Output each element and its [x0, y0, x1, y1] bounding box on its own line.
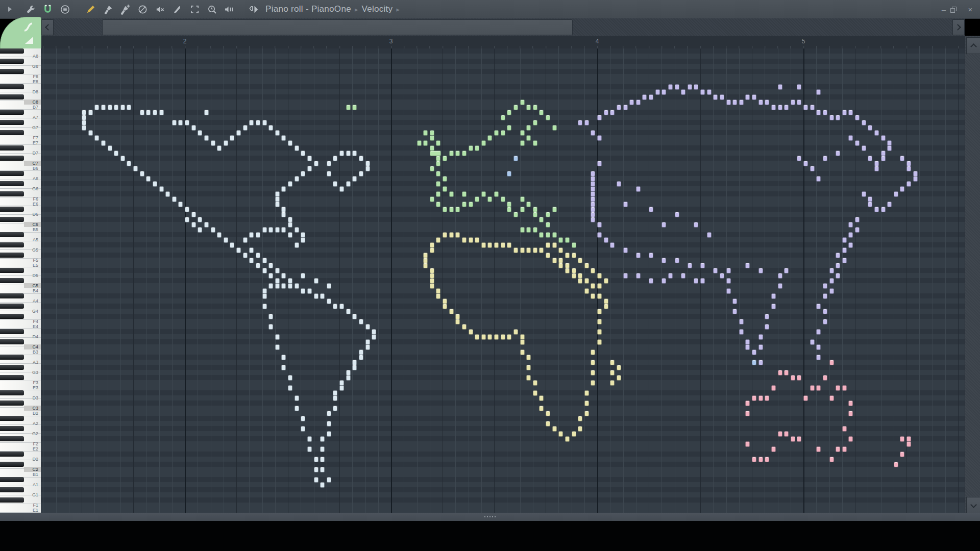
note-asia[interactable] [874, 161, 879, 166]
note-europe[interactable] [436, 191, 440, 197]
note-oceania[interactable] [784, 431, 789, 437]
paint-brush-icon[interactable] [102, 4, 113, 15]
note-americas[interactable] [327, 283, 331, 289]
note-americas[interactable] [372, 329, 376, 335]
note-asia[interactable] [591, 176, 595, 182]
note-asia[interactable] [636, 186, 641, 192]
note-asia[interactable] [617, 181, 621, 187]
note-europe[interactable] [546, 115, 550, 120]
note-americas[interactable] [346, 309, 351, 314]
note-americas[interactable] [307, 446, 312, 452]
note-africa[interactable] [462, 324, 467, 330]
note-asia[interactable] [597, 135, 602, 141]
note-europe[interactable] [501, 130, 505, 136]
note-asia[interactable] [868, 156, 872, 161]
note-europe[interactable] [520, 196, 525, 202]
note-asia[interactable] [649, 278, 653, 284]
note-europe[interactable] [436, 181, 440, 187]
note-americas[interactable] [314, 477, 318, 483]
note-europe[interactable] [546, 212, 550, 217]
note-africa[interactable] [610, 370, 615, 375]
note-oceania[interactable] [771, 385, 776, 391]
note-asia[interactable] [739, 319, 744, 324]
note-oceania[interactable] [842, 426, 847, 432]
note-oceania[interactable] [842, 385, 847, 391]
note-americas[interactable] [295, 145, 299, 151]
note-asia[interactable] [816, 176, 821, 182]
note-asia[interactable] [597, 222, 602, 228]
wrench-icon[interactable] [24, 4, 36, 15]
note-americas[interactable] [359, 319, 363, 324]
note-europe[interactable] [430, 135, 434, 141]
note-americas[interactable] [281, 135, 286, 141]
note-stray_blue[interactable] [507, 171, 511, 177]
note-asia[interactable] [765, 314, 769, 319]
note-americas[interactable] [320, 436, 325, 442]
note-americas[interactable] [333, 390, 337, 396]
note-asia[interactable] [887, 145, 892, 151]
note-americas[interactable] [82, 125, 86, 131]
note-asia[interactable] [894, 191, 898, 197]
note-africa[interactable] [430, 268, 434, 273]
note-asia[interactable] [662, 89, 666, 95]
note-africa[interactable] [572, 268, 576, 273]
scroll-right-button[interactable] [952, 19, 965, 35]
note-asia[interactable] [816, 344, 821, 350]
note-americas[interactable] [301, 232, 305, 238]
note-americas[interactable] [230, 135, 234, 141]
note-asia[interactable] [855, 217, 860, 222]
note-europe[interactable] [526, 125, 531, 131]
note-americas[interactable] [236, 247, 241, 253]
note-americas[interactable] [114, 151, 118, 156]
note-africa[interactable] [513, 247, 518, 253]
note-asia[interactable] [681, 273, 685, 279]
note-americas[interactable] [275, 283, 280, 289]
note-asia[interactable] [778, 283, 782, 289]
note-asia[interactable] [784, 268, 789, 273]
note-europe[interactable] [423, 140, 428, 146]
note-americas[interactable] [82, 120, 86, 126]
note-africa[interactable] [584, 390, 589, 396]
black-key[interactable] [0, 355, 24, 360]
window-subtitle[interactable]: Velocity [361, 4, 393, 14]
note-americas[interactable] [275, 130, 280, 136]
black-key[interactable] [0, 84, 24, 89]
note-oceania[interactable] [758, 457, 763, 462]
note-oceania[interactable] [836, 385, 840, 391]
note-africa[interactable] [558, 263, 563, 268]
note-americas[interactable] [295, 406, 299, 411]
note-asia[interactable] [778, 84, 782, 90]
note-americas[interactable] [301, 151, 305, 156]
note-asia[interactable] [881, 151, 886, 156]
note-americas[interactable] [262, 304, 267, 309]
note-africa[interactable] [578, 273, 582, 279]
note-americas[interactable] [146, 176, 151, 182]
note-americas[interactable] [217, 145, 222, 151]
note-americas[interactable] [127, 161, 131, 166]
note-asia[interactable] [591, 217, 595, 222]
note-africa[interactable] [443, 304, 447, 309]
vertical-scrollbar[interactable] [965, 36, 980, 513]
note-asia[interactable] [836, 273, 840, 279]
note-africa[interactable] [423, 253, 428, 258]
black-key[interactable] [0, 452, 24, 457]
piano-keyboard[interactable]: A8G8F8E8D8C8B7A7G7F7E7D7C7B6A6G6F6E6D6C6… [0, 48, 41, 513]
note-americas[interactable] [249, 232, 254, 238]
note-americas[interactable] [120, 156, 125, 161]
note-africa[interactable] [494, 334, 499, 340]
note-asia[interactable] [848, 242, 853, 248]
note-stray_blue[interactable] [752, 360, 756, 365]
note-africa[interactable] [501, 334, 505, 340]
note-africa[interactable] [591, 370, 595, 375]
note-asia[interactable] [700, 278, 705, 284]
note-asia[interactable] [823, 156, 827, 161]
note-europe[interactable] [430, 196, 434, 202]
note-americas[interactable] [281, 212, 286, 217]
note-asia[interactable] [610, 110, 615, 115]
note-oceania[interactable] [791, 375, 795, 381]
note-europe[interactable] [417, 140, 422, 146]
note-americas[interactable] [352, 365, 357, 370]
note-oceania[interactable] [848, 411, 853, 416]
note-europe[interactable] [481, 140, 486, 146]
note-europe[interactable] [526, 135, 531, 141]
